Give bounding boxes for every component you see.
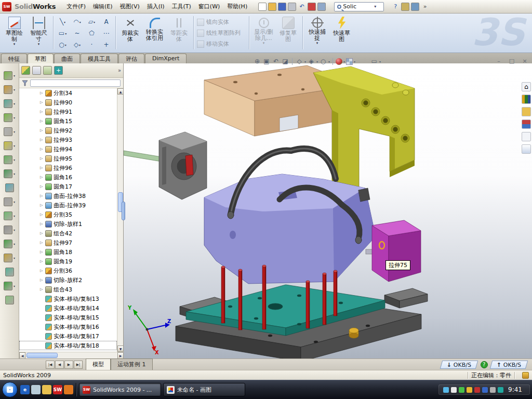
tray-icon[interactable] <box>459 387 464 393</box>
chevron-down-icon[interactable]: ▾ <box>354 60 355 63</box>
point-tool-button[interactable]: · <box>85 39 99 50</box>
tray-icon[interactable] <box>474 387 480 393</box>
home-icon[interactable]: ⌂ <box>522 82 531 91</box>
sketch-button[interactable]: 草图绘制 ▾ <box>2 15 26 51</box>
rectangle-tool-button[interactable]: ▭▾ <box>56 28 70 39</box>
appearances-icon[interactable] <box>336 58 342 65</box>
chevron-down-icon[interactable]: ▾ <box>304 60 306 63</box>
tree-filter-input[interactable] <box>30 79 121 87</box>
part-insert-block[interactable] <box>372 220 421 282</box>
folder-icon[interactable] <box>42 385 51 394</box>
tree-horizontal-scrollbar[interactable]: ◀ ▶ <box>19 352 124 358</box>
chevron-down-icon[interactable]: ▾ <box>316 60 318 63</box>
tray-icon[interactable] <box>451 387 457 393</box>
palette-tool-button[interactable]: ▾ <box>4 153 15 167</box>
print-icon[interactable] <box>288 3 296 11</box>
circle-tool-button[interactable]: ○▾ <box>56 39 70 50</box>
commandmanager-tab[interactable]: DimXpert <box>145 54 187 63</box>
model-tab[interactable]: 模型 <box>86 358 111 370</box>
display-style-icon[interactable]: ◈ <box>307 57 315 65</box>
feature-tree-item[interactable]: ▷圆角17 <box>19 182 117 191</box>
ellipse-tool-button[interactable]: ◇▾ <box>70 39 84 50</box>
feature-tree-item[interactable]: ▷拉伸91 <box>19 107 117 116</box>
expand-arrow-icon[interactable]: ▷ <box>40 259 45 263</box>
chevron-right-icon[interactable]: » <box>118 68 121 73</box>
expand-arrow-icon[interactable]: ▷ <box>40 212 45 217</box>
part-gold-bushing[interactable] <box>349 328 358 338</box>
tree-nav-button[interactable]: ▶| <box>74 361 83 369</box>
feature-tree-item[interactable]: ▷拉伸95 <box>19 154 117 163</box>
commandmanager-tab[interactable]: 曲面 <box>54 54 80 63</box>
model-tab[interactable]: 运动算例 1 <box>111 358 153 370</box>
convert-entities-button[interactable]: 转换实体引用 <box>142 15 167 51</box>
palette-tool-button[interactable]: ▾ <box>4 195 15 209</box>
feature-tree-item[interactable]: ▷拉伸97 <box>19 238 117 247</box>
feature-tree-item[interactable]: 实体-移动/复制15 <box>19 313 117 322</box>
taskbar-button-paint[interactable]: 未命名 - 画图 <box>163 383 245 396</box>
zoom-fit-icon[interactable]: ⊕ <box>253 57 261 65</box>
palette-tool-button[interactable]: ▾ <box>4 83 15 97</box>
panel-splitter-handle[interactable] <box>122 202 125 220</box>
smart-dimension-button[interactable]: 智能尺寸 ▾ <box>26 15 51 51</box>
linear-sketch-pattern-button[interactable]: 线性草图阵列 <box>196 28 247 38</box>
chevron-down-icon[interactable]: ▾ <box>328 60 330 63</box>
commandmanager-tab[interactable]: 模具工具 <box>81 54 118 63</box>
feature-tree-item[interactable]: ▷分割34 <box>19 88 117 98</box>
undo-icon[interactable]: ↶ <box>298 3 306 11</box>
display-delete-relations-button[interactable]: 显示/删除几... ▾ <box>251 15 276 51</box>
spline-tool-button[interactable]: ~ <box>70 28 84 39</box>
feature-tree-item[interactable]: ▷切除-放样1 <box>19 219 117 229</box>
palette-tool-button[interactable]: ▾ <box>4 167 15 181</box>
offset-entities-button[interactable]: 等距实体 <box>167 15 191 51</box>
options-icon[interactable] <box>317 3 326 11</box>
apply-scene-icon[interactable] <box>346 58 353 65</box>
scrollbar-thumb[interactable] <box>26 353 58 358</box>
expand-arrow-icon[interactable]: ▷ <box>40 91 45 95</box>
tree-nav-button[interactable]: |◀ <box>46 361 55 369</box>
toolbar-overflow-icon[interactable]: » <box>421 3 429 11</box>
slot-tool-button[interactable]: ▱▾ <box>85 16 99 28</box>
palette-tool-button[interactable]: ▾ <box>4 251 15 265</box>
feature-tree-item[interactable]: ▷分割36 <box>19 266 117 275</box>
expand-arrow-icon[interactable]: ▷ <box>40 250 45 254</box>
feature-tree-item[interactable]: 实体-移动/复制17 <box>19 331 117 341</box>
feature-tree-item[interactable]: 实体-移动/复制14 <box>19 303 117 313</box>
chevron-down-icon[interactable]: ▾ <box>373 4 377 9</box>
view-orientation-icon[interactable]: ◇ <box>295 57 303 65</box>
expand-arrow-icon[interactable]: ▷ <box>40 119 45 123</box>
palette-tool-button[interactable]: ▾ <box>4 209 15 223</box>
expand-arrow-icon[interactable]: ▷ <box>40 156 45 161</box>
menubar-item[interactable]: 文件(F) <box>63 1 89 12</box>
feature-tree-item[interactable]: ▷曲面-拉伸38 <box>19 191 117 201</box>
palette-tool-button[interactable] <box>5 265 14 279</box>
tray-icon[interactable] <box>498 387 503 393</box>
palette-tool-button[interactable]: ▾ <box>4 97 15 111</box>
solidworks-icon[interactable]: SW <box>53 385 62 394</box>
expand-arrow-icon[interactable]: ▷ <box>40 222 45 226</box>
chevron-down-icon[interactable]: ▾ <box>379 60 381 63</box>
centerline-tool-button[interactable]: ⋯ <box>99 28 113 39</box>
expand-arrow-icon[interactable]: ▷ <box>40 231 45 235</box>
expand-arrow-icon[interactable]: ▷ <box>40 278 45 282</box>
construction-geometry-tool-button[interactable]: + <box>99 39 113 50</box>
hide-show-items-icon[interactable]: ○ <box>319 57 327 65</box>
zoom-area-icon[interactable]: ▣ <box>262 57 271 65</box>
expand-arrow-icon[interactable]: ▷ <box>40 287 45 291</box>
palette-tool-button[interactable]: ▾ <box>4 69 15 83</box>
feature-tree-item[interactable]: ▷圆角19 <box>19 257 117 266</box>
tree-nav-button[interactable]: ◀ <box>55 361 64 369</box>
expand-arrow-icon[interactable]: ▷ <box>40 128 45 132</box>
tray-icon[interactable] <box>443 387 449 393</box>
menubar-item[interactable]: 工具(T) <box>168 1 195 12</box>
feature-tree-item[interactable]: ▷分割35 <box>19 210 117 219</box>
text-tool-button[interactable]: A <box>99 16 113 28</box>
feature-tree-item[interactable]: ▷圆角15 <box>19 116 117 126</box>
menubar-item[interactable]: 帮助(H) <box>223 1 251 12</box>
menubar-item[interactable]: 窗口(W) <box>195 1 223 12</box>
feature-tree-item[interactable]: ▷组合43 <box>19 285 117 294</box>
palette-tool-button[interactable]: ▾ <box>4 111 15 125</box>
menubar-item[interactable]: 视图(V) <box>116 1 143 12</box>
start-button[interactable] <box>2 382 18 397</box>
dimxpert-manager-tab-icon[interactable]: + <box>54 66 63 75</box>
expand-arrow-icon[interactable]: ▷ <box>40 138 45 142</box>
